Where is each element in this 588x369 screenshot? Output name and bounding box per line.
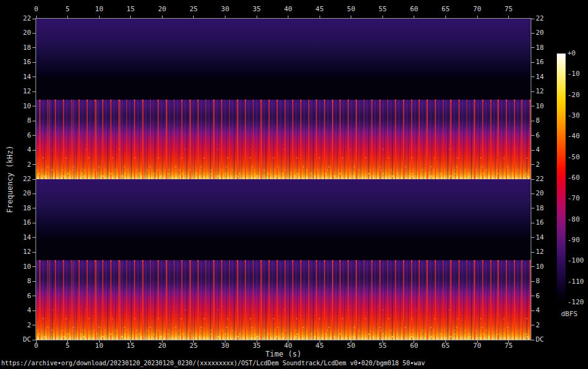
time-tick-label: 5: [57, 5, 79, 14]
freq-tick-label: 16: [11, 58, 31, 67]
freq-tick-label: 12: [536, 248, 557, 256]
time-tick-label: 15: [120, 342, 142, 350]
time-tick-label: 75: [498, 342, 520, 350]
freq-tick: [531, 281, 534, 282]
freq-tick: [531, 237, 534, 238]
time-tick-label: 60: [403, 5, 425, 14]
freq-tick: [531, 208, 534, 208]
freq-tick-label: 22: [536, 14, 557, 23]
time-tick-label: 20: [151, 342, 173, 350]
freq-tick-label: 16: [536, 58, 557, 67]
time-tick-label: 60: [403, 342, 425, 350]
freq-tick-label: 20: [536, 189, 557, 198]
time-tick: [477, 16, 478, 18]
freq-tick: [32, 19, 36, 19]
time-tick: [288, 16, 288, 18]
colorbar-tick-label: -90: [567, 236, 588, 245]
freq-tick: [531, 106, 534, 106]
freq-tick: [32, 135, 36, 136]
time-tick-label: 10: [88, 5, 110, 14]
freq-tick-label: 4: [536, 306, 557, 315]
freq-tick-label: 8: [536, 116, 557, 125]
colorbar: [557, 54, 566, 302]
colorbar-tick-label: -100: [567, 256, 588, 265]
freq-tick-label: 14: [536, 73, 557, 82]
time-tick-label: 0: [25, 5, 47, 14]
time-tick-label: 70: [466, 342, 488, 350]
time-tick: [67, 16, 68, 18]
freq-tick-label: DC: [11, 335, 31, 344]
time-tick-label: 50: [340, 342, 363, 350]
freq-tick: [531, 179, 534, 180]
freq-tick: [531, 91, 534, 92]
time-tick-label: 45: [308, 342, 331, 350]
freq-tick: [531, 311, 534, 311]
freq-tick-label: 18: [11, 44, 31, 52]
time-tick-label: 55: [371, 342, 394, 350]
time-tick-label: 25: [183, 5, 205, 14]
freq-tick-label: 2: [536, 321, 557, 330]
spectrogram-plot-area: [36, 19, 531, 340]
time-tick: [508, 16, 509, 18]
time-tick-label: 50: [340, 5, 363, 14]
freq-tick: [32, 62, 36, 63]
freq-tick-label: 18: [536, 44, 557, 52]
freq-tick-label: 20: [536, 29, 557, 37]
time-tick: [99, 16, 100, 18]
freq-tick-label: 10: [536, 102, 557, 111]
time-tick-label: 75: [498, 5, 520, 14]
time-tick-label: 35: [245, 342, 268, 350]
freq-tick-label: 2: [11, 161, 31, 169]
time-tick: [382, 16, 383, 18]
freq-tick: [531, 150, 534, 151]
spectrogram-figure: Frequency (kHz) Time (s) dBFS https://ar…: [0, 0, 588, 369]
freq-tick: [531, 135, 534, 136]
freq-tick-label: 4: [536, 146, 557, 154]
freq-tick: [531, 194, 534, 194]
freq-tick-label: 22: [11, 175, 31, 184]
freq-tick-label: 12: [11, 248, 31, 256]
freq-tick-label: 16: [536, 218, 557, 227]
freq-tick-label: 6: [536, 131, 557, 140]
time-tick-label: 25: [183, 342, 205, 350]
freq-tick-label: 14: [11, 233, 31, 242]
freq-tick: [32, 164, 36, 165]
colorbar-tick-label: -30: [567, 111, 588, 120]
time-tick: [225, 16, 225, 18]
freq-tick-label: 10: [536, 263, 557, 271]
freq-tick-label: 16: [11, 218, 31, 227]
freq-tick: [531, 340, 534, 340]
freq-tick: [531, 164, 534, 165]
freq-tick-label: 22: [11, 14, 31, 23]
freq-tick: [32, 281, 36, 282]
time-tick-label: 30: [214, 342, 236, 350]
time-tick: [351, 16, 351, 18]
freq-tick: [32, 47, 36, 48]
freq-tick-label: 14: [536, 233, 557, 242]
freq-tick: [32, 340, 36, 340]
freq-tick-label: 8: [536, 277, 557, 286]
freq-tick: [531, 121, 534, 121]
spectrogram-channel-1: [36, 19, 531, 179]
colorbar-tick-label: -120: [567, 298, 588, 307]
freq-tick-label: 4: [11, 306, 31, 315]
time-tick-label: 40: [277, 5, 300, 14]
freq-tick: [531, 62, 534, 63]
freq-tick: [531, 47, 534, 48]
freq-tick: [32, 266, 36, 267]
freq-tick: [32, 325, 36, 325]
time-tick-label: 35: [245, 5, 268, 14]
freq-tick: [32, 179, 36, 180]
freq-tick-label: 20: [11, 29, 31, 37]
time-tick: [257, 16, 257, 18]
time-tick: [320, 16, 320, 18]
freq-tick: [531, 33, 534, 34]
freq-tick: [531, 77, 534, 77]
freq-tick-label: 10: [11, 263, 31, 271]
freq-tick-label: 12: [536, 87, 557, 96]
colorbar-tick-label: -60: [567, 174, 588, 182]
freq-tick: [32, 121, 36, 121]
freq-tick: [32, 91, 36, 92]
freq-tick: [32, 208, 36, 208]
colorbar-tick-label: -20: [567, 91, 588, 100]
